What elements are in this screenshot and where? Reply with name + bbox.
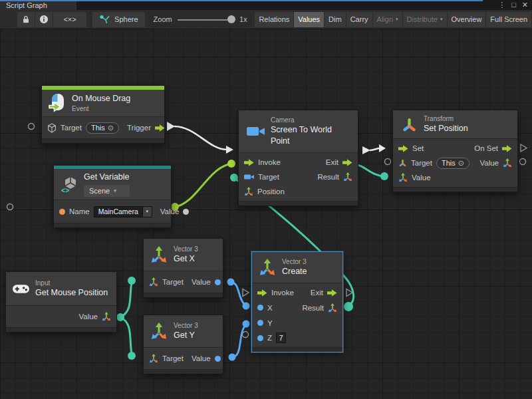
tab-script-graph[interactable]: Script Graph (0, 1, 76, 10)
port-label-value-out: Value (479, 159, 499, 167)
port-label-invoke: Invoke (271, 289, 294, 297)
dim-button[interactable]: Dim (325, 12, 346, 27)
port-label-target: Target (162, 278, 184, 286)
value-port[interactable] (183, 209, 189, 215)
flow-in-port[interactable] (398, 145, 408, 152)
vector3-port-icon[interactable] (149, 277, 158, 287)
graph-selector-button[interactable]: Sphere (92, 12, 144, 27)
vector3-port-icon[interactable] (503, 158, 512, 168)
vector3-port-icon[interactable] (149, 354, 158, 363)
button-label: Carry (350, 15, 368, 23)
carry-button[interactable]: Carry (346, 12, 372, 27)
close-icon[interactable]: ✕ (522, 1, 528, 9)
node-kind: Vector 3 (174, 321, 198, 330)
node-vector3-create[interactable]: Vector 3 Create Invoke Exit X Result (251, 251, 343, 352)
node-vector3-get-x[interactable]: Vector 3 Get X Target Value (143, 238, 223, 298)
node-footer (393, 187, 517, 192)
maximize-icon[interactable]: □ (511, 1, 516, 9)
code-preview-button[interactable]: <×> (53, 12, 86, 27)
port-label-x: X (267, 304, 273, 312)
camera-port-icon[interactable] (244, 174, 254, 180)
object-field-value: This (442, 159, 456, 167)
port-label-value: Value (192, 354, 211, 362)
overview-button[interactable]: Overview (448, 12, 486, 27)
node-screen-to-world-point[interactable]: Camera Screen To World Point Invoke Exit… (238, 110, 358, 206)
flow-in-port[interactable] (257, 289, 267, 297)
value-port[interactable] (215, 356, 221, 362)
port-label-set: Set (412, 144, 424, 152)
window-controls: ⋮ □ ✕ (498, 1, 528, 9)
flow-out-port[interactable] (327, 289, 337, 297)
x-port[interactable] (257, 305, 263, 311)
button-label: Values (298, 15, 320, 23)
flow-out-port[interactable] (155, 124, 165, 132)
node-get-variable[interactable]: Get Variable Scene ▾ Name MainCamera ▾ V… (53, 165, 172, 228)
vector3-port-icon[interactable] (328, 303, 337, 313)
lock-icon (21, 14, 31, 25)
tab-bar: Script Graph ⋮ □ ✕ (0, 0, 532, 10)
chevron-down-icon: ▾ (396, 17, 398, 22)
port-label-name: Name (69, 207, 90, 215)
zoom-slider[interactable] (178, 12, 235, 27)
values-button[interactable]: Values (294, 12, 324, 27)
object-picker-icon[interactable]: ⊙ (458, 159, 464, 168)
variable-name-dropdown[interactable]: MainCamera ▾ (94, 206, 152, 217)
node-on-mouse-drag[interactable]: On Mouse Drag Event Target This ⊙ Trigge… (41, 85, 165, 144)
full-screen-button[interactable]: Full Screen (486, 12, 531, 27)
node-set-position[interactable]: Transform Set Position Set On Set Target… (392, 110, 518, 192)
node-kind: Event (72, 104, 130, 113)
node-title: Get Variable (84, 172, 130, 183)
button-label: Full Screen (490, 15, 527, 23)
node-vector3-get-y[interactable]: Vector 3 Get Y Target Value (143, 315, 223, 374)
lock-button[interactable] (17, 12, 35, 27)
vector3-port-icon[interactable] (343, 172, 352, 182)
port-label-exit: Exit (311, 289, 323, 297)
window-menu-icon[interactable]: ⋮ (498, 1, 505, 9)
node-title: Get Mouse Position (35, 287, 108, 299)
node-kind: Transform (424, 114, 468, 123)
distribute-dropdown[interactable]: Distribute ▾ (403, 12, 447, 27)
node-get-mouse-position[interactable]: Input Get Mouse Position Value (5, 271, 117, 332)
port-label-target: Target (162, 354, 184, 362)
variable-scope-dropdown[interactable]: Scene ▾ (84, 185, 130, 197)
port-label-y: Y (267, 319, 273, 327)
chevron-down-icon[interactable]: ▾ (142, 207, 152, 217)
node-kind: Vector 3 (282, 257, 307, 266)
value-port[interactable] (215, 279, 221, 285)
node-footer (239, 201, 358, 205)
inspect-button[interactable] (35, 12, 53, 27)
z-port[interactable] (257, 335, 263, 341)
button-label: Distribute (407, 15, 438, 23)
flow-out-port[interactable] (502, 145, 512, 152)
align-dropdown[interactable]: Align ▾ (373, 12, 402, 27)
target-object-field[interactable]: This ⊙ (86, 122, 119, 134)
zoom-slider-track[interactable] (178, 19, 235, 21)
graph-toolbar: <×> Sphere Zoom 1x Relations Values Dim … (0, 10, 532, 29)
port-label-position: Position (257, 188, 285, 196)
target-object-field[interactable]: This ⊙ (436, 158, 469, 169)
z-value-field[interactable]: 7 (276, 332, 286, 343)
name-port[interactable] (59, 209, 65, 215)
vector3-port-icon[interactable] (244, 187, 253, 196)
vector3-port-icon[interactable] (398, 173, 408, 182)
node-kind: Camera (271, 116, 350, 124)
transform-port-icon[interactable] (398, 159, 407, 167)
node-title: Screen To World Point (271, 124, 350, 147)
gameobject-cube-icon[interactable] (47, 123, 57, 133)
port-label-invoke: Invoke (258, 158, 281, 166)
port-label-value: Value (160, 207, 180, 215)
relations-button[interactable]: Relations (255, 12, 293, 27)
zoom-value: 1x (239, 15, 247, 23)
flow-in-port[interactable] (244, 159, 254, 166)
flow-out-port[interactable] (342, 159, 352, 166)
port-label-z: Z (267, 334, 272, 342)
zoom-slider-handle[interactable] (227, 15, 235, 23)
node-footer (42, 138, 164, 143)
scope-value: Scene (89, 187, 110, 195)
object-picker-icon[interactable]: ⊙ (108, 124, 114, 132)
node-title: Get X (174, 253, 198, 265)
port-label-target: Target (258, 173, 279, 181)
node-footer (252, 347, 342, 352)
y-port[interactable] (257, 320, 263, 326)
vector3-port-icon[interactable] (102, 312, 111, 321)
